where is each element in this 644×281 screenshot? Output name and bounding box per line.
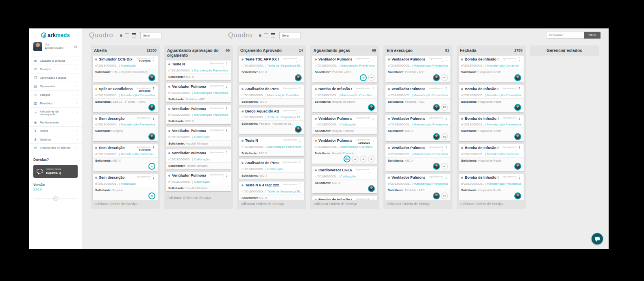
- service-type-link[interactable]: | Manutenção Preventiva: [192, 69, 228, 72]
- card-menu-icon[interactable]: ⋮: [225, 173, 228, 177]
- assignee-avatar[interactable]: [514, 163, 521, 170]
- card-menu-icon[interactable]: ⋮: [225, 151, 228, 155]
- sidebar-item-certificados-e-laudos[interactable]: ❐Certificados e laudos›: [29, 73, 82, 82]
- sidebar-item-or-amentos[interactable]: ▤Orçamentos›: [29, 82, 82, 91]
- service-type-link[interactable]: | Calibração: [265, 167, 283, 171]
- assignee-avatar[interactable]: [514, 192, 521, 199]
- kanban-card[interactable]: Simulador ECG Dixtal...Agendamento11/9/2…: [93, 56, 158, 82]
- assignee-avatar[interactable]: DA: [344, 156, 350, 162]
- board-view-icon[interactable]: [264, 33, 268, 37]
- card-menu-icon[interactable]: ⋮: [444, 146, 448, 149]
- assignee-avatar[interactable]: A: [352, 156, 359, 162]
- card-menu-icon[interactable]: ⋮: [371, 168, 375, 172]
- kanban-card[interactable]: Ventilador Pulmonar ...Agendamento13/5/2…: [312, 137, 377, 164]
- service-type-link[interactable]: | Manutenção Preventiva: [412, 182, 448, 186]
- kanban-card[interactable]: Ventilador Pulmonar ...Agendamento-⋮n°20…: [312, 115, 377, 134]
- card-menu-icon[interactable]: ⋮: [298, 87, 302, 91]
- kanban-card[interactable]: Ventilador Pulmonar ...Agendamento-⋮n°20…: [385, 56, 450, 82]
- assignee-avatar[interactable]: [433, 133, 440, 140]
- sidebar-item-relat-rios[interactable]: ▥Relatórios›: [29, 99, 82, 108]
- service-type-link[interactable]: | Manutenção Corretiva: [265, 93, 299, 97]
- kanban-card[interactable]: Ventilador Pulmonar ...Agendamento-⋮n°20…: [385, 144, 450, 171]
- assignee-avatar[interactable]: [368, 104, 375, 111]
- service-type-link[interactable]: | Manutenção Preventiva: [119, 93, 155, 97]
- kanban-card[interactable]: Ventilador Pulmonar ...Agendamento-⋮n°20…: [385, 174, 450, 201]
- sidebar-item-estoque[interactable]: ◫Estoque›: [29, 91, 82, 99]
- assignee-avatar[interactable]: [368, 185, 375, 192]
- kanban-card[interactable]: Teste TSE APP XX X n...Agendamento-⋮n°20…: [239, 56, 304, 82]
- assignee-avatar[interactable]: FO: [368, 74, 375, 81]
- kanban-card[interactable]: Ventilador Pulmonar ...Agendamento-⋮n°20…: [312, 56, 377, 82]
- service-type-link[interactable]: | Manutenção Preventiva: [485, 182, 521, 186]
- card-menu-icon[interactable]: ⋮: [152, 87, 155, 91]
- card-menu-icon[interactable]: ⋮: [298, 138, 302, 142]
- service-type-link[interactable]: | Manutenção Preventiva: [339, 64, 374, 67]
- sidebar-slider-handle[interactable]: ‹: [53, 196, 58, 201]
- assignee-avatar[interactable]: [295, 74, 302, 81]
- card-menu-icon[interactable]: ⋮: [518, 57, 521, 61]
- kanban-card[interactable]: Sem descriçãoAgendamento11/9/2020⋮n°2018…: [93, 144, 158, 171]
- kanban-card[interactable]: Bomba de Infusão Sam...Agendamento-⋮n°20…: [459, 115, 524, 142]
- service-type-link[interactable]: | Manutenção Preventiva: [192, 91, 228, 95]
- sidebar-item-cadastro-e-consulta[interactable]: ▦Cadastro e consulta›: [29, 56, 82, 65]
- card-menu-icon[interactable]: ⋮: [371, 87, 375, 91]
- kanban-card[interactable]: Sem descriçãoAgendamento-⋮n°2018000005..…: [93, 174, 158, 201]
- assignee-avatar[interactable]: JS: [148, 192, 155, 199]
- assignee-avatar[interactable]: A: [360, 156, 367, 162]
- add-order-button[interactable]: Adicionar Ordem de Serviço: [457, 200, 526, 209]
- assignee-avatar[interactable]: [514, 74, 521, 81]
- kanban-card[interactable]: Ventilador Pulmonar ...Agendamento-⋮n°20…: [166, 172, 231, 191]
- card-menu-icon[interactable]: ⋮: [298, 183, 302, 187]
- service-type-link[interactable]: | Manutenção Preventiva: [265, 145, 301, 149]
- kanban-card[interactable]: Bomba de Infusão Sam...Agendamento-⋮n°20…: [459, 174, 524, 201]
- card-menu-icon[interactable]: ⋮: [152, 117, 155, 120]
- calendar-view-icon[interactable]: [132, 33, 136, 37]
- assignee-avatar[interactable]: [148, 133, 155, 140]
- service-type-link[interactable]: | Calibração: [192, 135, 210, 139]
- kanban-card[interactable]: Cardioversor LIFEMED...Agendamento-⋮n°20…: [312, 166, 377, 193]
- assignee-avatar[interactable]: [295, 126, 302, 133]
- service-type-link[interactable]: | Manutenção Preventiva: [485, 123, 521, 126]
- card-menu-icon[interactable]: ⋮: [225, 129, 228, 132]
- kanban-card[interactable]: Analisador de Pressã...Agendamento-⋮n°20…: [239, 85, 304, 105]
- assignee-avatar[interactable]: FO: [441, 192, 448, 199]
- card-menu-icon[interactable]: ⋮: [444, 87, 448, 91]
- assignee-avatar[interactable]: A: [368, 156, 375, 162]
- service-type-link[interactable]: | Manutenção Preventiva: [192, 113, 228, 117]
- chat-fab-button[interactable]: [592, 233, 603, 244]
- card-menu-icon[interactable]: ⋮: [518, 117, 521, 120]
- kanban-card[interactable]: Bomba de Infusão Sam...Agendamento-⋮n°20…: [459, 85, 524, 112]
- assignee-avatar[interactable]: FO: [441, 133, 448, 140]
- service-type-link[interactable]: | Manutenção Corretiva: [485, 64, 519, 67]
- board-view-icon[interactable]: [125, 33, 129, 37]
- service-type-link[interactable]: | Manutenção Preventiva: [412, 152, 448, 156]
- manage-states-button[interactable]: Gerenciar estados: [530, 45, 599, 56]
- kanban-card[interactable]: Ventilador Pulmonar ...Agendamento-⋮n°20…: [385, 85, 450, 112]
- sidebar-item-usu-rios[interactable]: ♟Usuários›: [29, 135, 82, 144]
- assignee-avatar[interactable]: [148, 104, 155, 111]
- kanban-card[interactable]: Ventilador Pulmonar ...Agendamento-⋮n°20…: [385, 115, 450, 142]
- sidebar-item-indicadores-de-desempenho[interactable]: ↗Indicadores de desempenho›: [29, 108, 82, 118]
- card-menu-icon[interactable]: ⋮: [371, 57, 375, 61]
- kanban-card[interactable]: Ventilador Pulmonar ...Agendamento-⋮n°20…: [166, 83, 231, 102]
- board-filter-select[interactable]: Geral: [279, 32, 300, 39]
- assignee-avatar[interactable]: [514, 133, 521, 140]
- add-order-button[interactable]: Adicionar Ordem de Serviço: [91, 200, 160, 209]
- sidebar-item-servi-os[interactable]: ⚙Serviços›: [29, 65, 82, 73]
- service-type-link[interactable]: | Manutenção Preventiva: [412, 123, 448, 126]
- card-menu-icon[interactable]: ⋮: [298, 57, 302, 61]
- assignee-avatar[interactable]: [514, 104, 521, 111]
- add-order-button[interactable]: Adicionar Ordem de Serviço: [166, 194, 231, 201]
- kanban-card[interactable]: Ventilador Pulmonar ...Agendamento-⋮n°20…: [166, 105, 231, 125]
- service-type-link[interactable]: | Teste de Segurança El...: [265, 64, 302, 67]
- assignee-avatar[interactable]: FO: [441, 104, 448, 111]
- list-view-icon[interactable]: ≡: [259, 33, 261, 38]
- card-menu-icon[interactable]: ⋮: [518, 175, 521, 179]
- card-menu-icon[interactable]: ⋮: [225, 107, 228, 110]
- kanban-card[interactable]: Bomba de Infusão Sam...Agendamento-⋮n°20…: [459, 144, 524, 171]
- service-type-link[interactable]: | Manutenção Preventiva: [119, 123, 155, 126]
- kanban-card[interactable]: Teste NAgendamento-⋮n°2018000005.. | Man…: [239, 137, 304, 156]
- list-view-icon[interactable]: ≡: [120, 33, 122, 38]
- card-menu-icon[interactable]: ⋮: [225, 62, 228, 66]
- assignee-avatar[interactable]: JS: [360, 74, 367, 81]
